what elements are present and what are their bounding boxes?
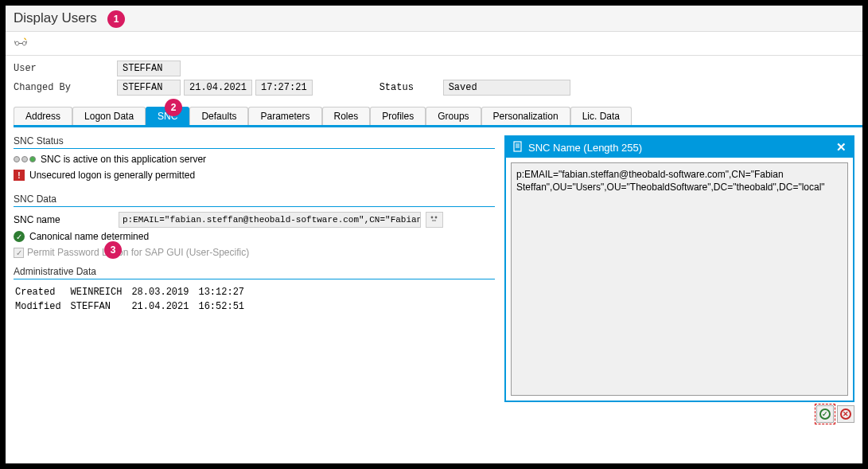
toolbar	[6, 32, 862, 56]
page-title: Display Users	[14, 10, 97, 26]
cancel-button[interactable]: ✕	[837, 405, 854, 423]
ok-button[interactable]: ✓	[816, 405, 834, 423]
modified-by: STEFFAN	[71, 300, 130, 313]
tab-roles[interactable]: Roles	[322, 107, 371, 125]
close-icon[interactable]: ✕	[836, 140, 847, 154]
permit-password-label: Permit Password Logon for SAP GUI (User-…	[27, 247, 249, 258]
tab-lic-data[interactable]: Lic. Data	[570, 107, 632, 125]
expand-icon	[430, 214, 439, 226]
svg-rect-2	[514, 142, 521, 151]
tab-logon-data[interactable]: Logon Data	[72, 107, 146, 125]
created-date: 28.03.2019	[131, 286, 197, 299]
table-row: Modified STEFFAN 21.04.2021 16:52:51	[15, 300, 252, 313]
snc-name-label: SNC name	[14, 214, 93, 225]
permit-password-checkbox: ✓	[14, 248, 24, 258]
modified-date: 21.04.2021	[131, 300, 197, 313]
tab-defaults[interactable]: Defaults	[189, 107, 248, 125]
changed-by-value: STEFFAN	[117, 80, 181, 96]
snc-data-section: SNC Data SNC name p:EMAIL="fabian.steffa…	[14, 193, 495, 266]
admin-data-section: Administrative Data Created WEINREICH 28…	[14, 266, 495, 322]
check-icon: ✓	[14, 231, 25, 242]
tab-groups[interactable]: Groups	[426, 107, 481, 125]
snc-name-textarea[interactable]	[511, 162, 848, 396]
user-label: User	[14, 63, 117, 74]
tab-address[interactable]: Address	[14, 107, 72, 125]
callout-3: 3	[104, 241, 122, 259]
sap-window: 1 2 3 Display Users User STEFFAN Changed…	[5, 5, 863, 464]
svg-point-1	[435, 216, 438, 218]
snc-status-title: SNC Status	[14, 135, 495, 148]
status-value: Saved	[443, 80, 570, 96]
status-label: Status	[380, 82, 443, 93]
user-value: STEFFAN	[117, 61, 181, 76]
changed-date: 21.04.2021	[184, 80, 252, 96]
changed-time: 17:27:21	[255, 80, 313, 96]
table-row: Created WEINREICH 28.03.2019 13:12:27	[15, 286, 252, 299]
cancel-circle-icon: ✕	[840, 408, 851, 420]
tab-personalization[interactable]: Personalization	[481, 107, 570, 125]
modified-label: Modified	[15, 300, 69, 313]
callout-1: 1	[107, 10, 125, 28]
admin-table: Created WEINREICH 28.03.2019 13:12:27 Mo…	[14, 284, 254, 315]
snc-name-popup: SNC Name (Length 255) ✕	[504, 135, 854, 402]
modified-time: 16:52:51	[198, 300, 252, 313]
glasses-icon[interactable]	[14, 35, 28, 49]
unsecured-logon-text: Unsecured logon is generally permitted	[29, 170, 195, 181]
callout-2: 2	[165, 99, 182, 116]
tab-strip: Address Logon Data SNC Defaults Paramete…	[14, 107, 862, 127]
snc-name-input[interactable]: p:EMAIL="fabian.steffan@theobald-softwar…	[119, 212, 421, 228]
tab-content: SNC Status SNC is active on this applica…	[6, 127, 862, 434]
tab-parameters[interactable]: Parameters	[248, 107, 321, 125]
title-bar: Display Users	[6, 6, 862, 32]
created-label: Created	[15, 286, 69, 299]
popup-title: SNC Name (Length 255)	[528, 142, 642, 154]
tab-profiles[interactable]: Profiles	[370, 107, 426, 125]
canonical-text: Canonical name determined	[29, 231, 149, 242]
header-form: User STEFFAN Changed By STEFFAN 21.04.20…	[6, 56, 862, 102]
svg-point-0	[431, 216, 434, 218]
check-circle-icon: ✓	[819, 408, 831, 420]
snc-name-expand-button[interactable]	[426, 212, 443, 228]
popup-header: SNC Name (Length 255) ✕	[506, 137, 853, 158]
snc-status-section: SNC Status SNC is active on this applica…	[14, 135, 495, 193]
document-icon	[512, 141, 524, 154]
created-time: 13:12:27	[198, 286, 252, 299]
snc-active-text: SNC is active on this application server	[41, 154, 206, 165]
snc-data-title: SNC Data	[14, 193, 495, 206]
changed-by-label: Changed By	[14, 82, 117, 93]
admin-data-title: Administrative Data	[14, 266, 495, 279]
created-by: WEINREICH	[71, 286, 130, 299]
traffic-light-icon	[14, 156, 36, 162]
alert-icon: !	[14, 170, 25, 181]
